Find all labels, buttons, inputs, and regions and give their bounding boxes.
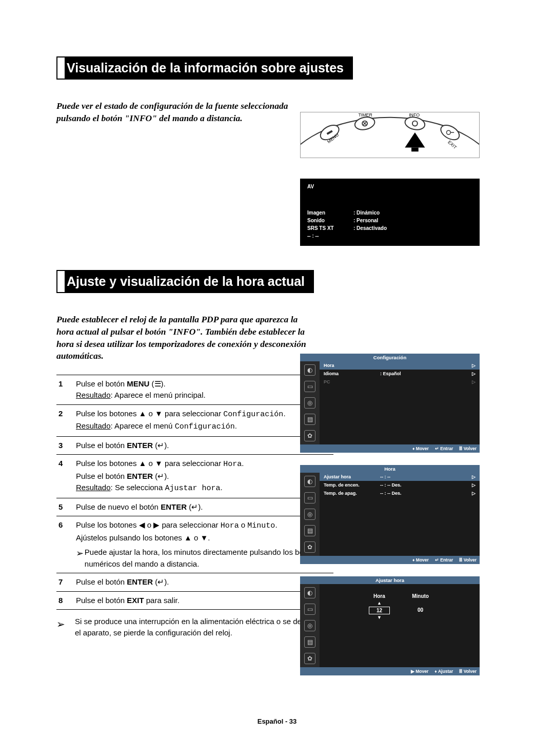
info-label: INFO [409,112,420,118]
menu-config-title: Configuración [300,354,480,361]
steps-list: 1 Pulse el botón MENU (☰). Resultado: Ap… [56,375,333,610]
note-arrow-glyph: ➢ [76,547,85,570]
section-2-title: Ajuste y visualización de la hora actual [56,270,314,293]
footer-enter: ↵ Entrar [435,446,453,451]
menu-icon-time: ◎ [304,509,315,520]
menu-icon-setup: ✿ [304,653,315,664]
menu-icon-picture: ◐ [304,587,315,598]
footer-move: ♦ Mover [412,446,429,451]
menu-icon-sound: ▭ [304,492,315,503]
osd-info-screen: AV Imagen: Dinámico Sonido: Personal SRS… [300,179,480,246]
section-2-intro: Puede establecer el reloj de la pantalla… [56,314,313,362]
svg-rect-11 [411,147,419,151]
footer-move: ♦ Mover [412,557,429,563]
step-5: 5 Pulse de nuevo el botón ENTER (↵). [56,498,333,517]
footer-back: Ⅲ Volver [459,557,477,563]
clock-minuto-label: Minuto [410,593,430,599]
menu-item-temp-apag: Temp. de apag. -- : -- Des. ▷ [320,489,480,497]
step-4: 4 Pulse los botones ▲ o ▼ para seleccion… [56,455,333,498]
menu-icon-picture: ◐ [304,476,315,487]
menu-icon-lang: ▤ [304,525,315,536]
section-2-title-text: Ajuste y visualización de la hora actual [57,271,313,292]
footnote-arrow-glyph: ➢ [56,616,75,638]
footer-adjust: ♦ Ajustar [434,669,453,674]
section-1-title-text: Visualización de la información sobre aj… [57,57,352,79]
footer-back: Ⅲ Volver [459,669,477,674]
section-1-title: Visualización de la información sobre aj… [56,56,353,80]
step-8: 8 Pulse el botón EXIT para salir. [56,592,333,610]
clock-minuto-value: 00 [410,607,430,613]
remote-diagram: MENU TIMER INFO EXIT [300,112,480,158]
clock-hora-label: Hora [369,593,390,599]
section-1-intro: Puede ver el estado de configuración de … [56,100,313,124]
menu-icon-picture: ◐ [304,364,315,376]
step-2: 2 Pulse los botones ▲ o ▼ para seleccion… [56,405,333,437]
page-footer: Español - 33 [258,718,297,725]
menu-adjust-title: Ajustar hora [300,576,480,584]
osd-menu-hora: Hora ◐ ▭ ◎ ▤ ✿ Ajustar hora -- : -- ▷ [300,465,480,564]
step-1: 1 Pulse el botón MENU (☰). Resultado: Ap… [56,375,333,405]
step-3: 3 Pulse el botón ENTER (↵). [56,437,333,455]
menu-item-hora: Hora ▷ [320,361,480,370]
menu-icon-lang: ▤ [304,414,315,425]
menu-icon-time: ◎ [304,397,315,409]
menu-item-ajustar-hora: Ajustar hora -- : -- ▷ [320,473,480,481]
step-6: 6 Pulse los botones ◀ o ▶ para seleccion… [56,516,333,573]
menu-icon-setup: ✿ [304,430,315,441]
osd-menu-configuracion: Configuración ◐ ▭ ◎ ▤ ✿ Hora ▷ Idi [300,354,480,453]
down-arrow-icon: ▼ [369,615,390,620]
timer-label: TIMER [358,112,372,118]
step-6-note: Puede ajustar la hora, los minutos direc… [85,547,333,570]
clock-hora-value: 12 [369,607,390,614]
menu-icon-sound: ▭ [304,604,315,615]
menu-icon-sound: ▭ [304,381,315,392]
osd-source: AV [307,184,472,189]
menu-icon-lang: ▤ [304,636,315,648]
osd-menu-ajustar-hora: Ajustar hora ◐ ▭ ◎ ▤ ✿ Hora ▲ 12 ▼ [300,576,480,675]
menu-icon-time: ◎ [304,620,315,631]
menu-item-pc: PC ▷ [320,378,480,386]
footer-move: ▶ Mover [411,669,428,674]
step-7: 7 Pulse el botón ENTER (↵). [56,573,333,592]
menu-hora-title: Hora [300,465,480,473]
footnote: ➢ Si se produce una interrupción en la a… [56,616,333,638]
footnote-text: Si se produce una interrupción en la ali… [75,616,333,638]
up-arrow-icon: ▲ [369,601,390,606]
menu-item-temp-encen: Temp. de encen. -- : -- Des. ▷ [320,481,480,489]
footer-enter: ↵ Entrar [435,557,453,563]
menu-item-idioma: Idioma : Español ▷ [320,370,480,378]
menu-icon-setup: ✿ [304,541,315,553]
footer-back: Ⅲ Volver [459,446,477,451]
